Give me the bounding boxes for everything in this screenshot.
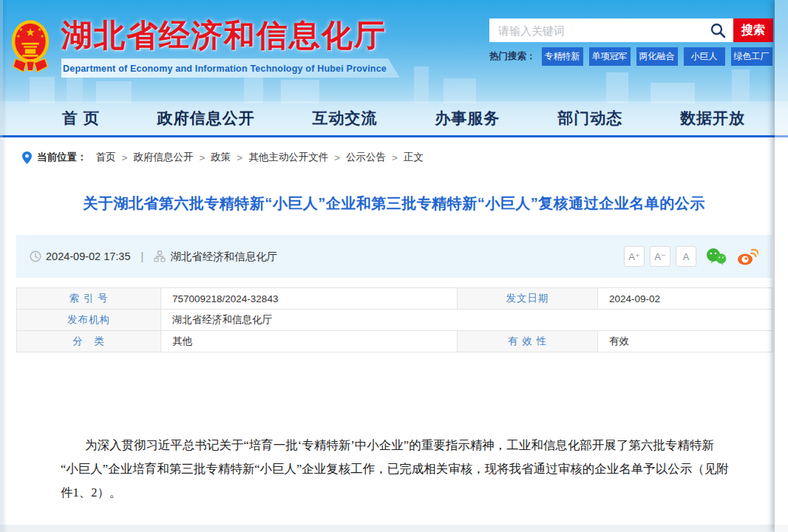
meta-label-issuing-agency: 发布机构: [17, 310, 161, 331]
weibo-share-icon[interactable]: [736, 247, 758, 266]
breadcrumb-prefix: 当前位置：: [37, 151, 87, 164]
source-sitemap-icon: [154, 250, 166, 262]
info-separator: |: [141, 250, 144, 262]
page-left-edge: [0, 0, 3, 532]
font-size-increase-button[interactable]: A⁺: [624, 246, 645, 267]
page: ★ ★ ★ ★ ★ 湖北省经济和信息化厅 Department: [0, 0, 788, 532]
site-subtitle: Department of Economy and Information Te…: [63, 64, 387, 74]
meta-label-category: 分 类: [17, 331, 161, 352]
search-button[interactable]: 搜索: [733, 18, 773, 42]
meta-value-issuing-agency: 湖北省经济和信息化厅: [161, 310, 772, 331]
meta-value-issue-date: 2024-09-02: [598, 288, 772, 310]
publish-time: 2024-09-02 17:35: [46, 250, 131, 262]
search-icon[interactable]: [710, 22, 726, 38]
hot-search-tag[interactable]: 两化融合: [636, 47, 678, 66]
breadcrumb-separator: >: [334, 152, 340, 163]
article-title: 关于湖北省第六批专精特新“小巨人”企业和第三批专精特新“小巨人”复核通过企业名单…: [0, 194, 788, 214]
article-body: 为深入贯彻习近平总书记关于“培育一批‘专精特新’中小企业”的重要指示精神，工业和…: [61, 386, 729, 532]
breadcrumb-separator: >: [392, 152, 398, 163]
breadcrumb-separator: >: [237, 152, 242, 163]
nav-item-government-info[interactable]: 政府信息公开: [157, 108, 255, 129]
article-source: 湖北省经济和信息化厅: [170, 250, 277, 264]
hot-search-tag[interactable]: 单项冠军: [589, 47, 631, 66]
scrollbar-gutter[interactable]: [775, 0, 788, 532]
table-row: 索 引 号 757009218/2024-32843 发文日期 2024-09-…: [17, 288, 772, 310]
svg-text:★: ★: [40, 33, 44, 38]
breadcrumb: 当前位置： 首页 > 政府信息公开 > 政策 > 其他主动公开文件 > 公示公告…: [0, 137, 788, 174]
wechat-share-icon[interactable]: [705, 247, 727, 266]
svg-text:★: ★: [16, 33, 21, 38]
meta-value-category: 其他: [161, 331, 458, 352]
search-box: [489, 18, 733, 42]
footer-strip: [0, 525, 788, 532]
hot-search-tag[interactable]: 小巨人: [684, 47, 725, 66]
nav-item-services[interactable]: 办事服务: [435, 108, 500, 129]
nav-item-department-news[interactable]: 部门动态: [557, 108, 622, 129]
font-size-reset-button[interactable]: A: [676, 246, 696, 267]
nav-item-home[interactable]: 首 页: [62, 108, 100, 129]
meta-value-validity: 有效: [598, 331, 772, 352]
breadcrumb-separator: >: [199, 152, 205, 163]
clock-icon: [30, 250, 41, 262]
font-size-decrease-button[interactable]: A⁻: [650, 246, 670, 267]
breadcrumb-link-announcements[interactable]: 公示公告: [346, 151, 386, 164]
table-row: 分 类 其他 有 效 性 有效: [17, 331, 772, 352]
site-brand: ★ ★ ★ ★ ★ 湖北省经济和信息化厅 Department: [10, 18, 400, 78]
breadcrumb-separator: >: [122, 152, 128, 163]
national-emblem-logo: ★ ★ ★ ★ ★: [10, 18, 50, 78]
site-subtitle-ribbon: Department of Economy and Information Te…: [61, 58, 400, 78]
hot-search-tag[interactable]: 专精特新: [542, 47, 583, 66]
article-info-bar: 2024-09-02 17:35 | 湖北省经济和信息化厅 A⁺ A⁻ A: [16, 235, 772, 278]
nav-item-interaction[interactable]: 互动交流: [313, 108, 378, 129]
location-pin-icon: [22, 151, 32, 164]
svg-text:★: ★: [19, 27, 24, 32]
svg-text:★: ★: [38, 27, 42, 32]
hot-search-row: 热门搜索： 专精特新 单项冠军 两化融合 小巨人 绿色工厂: [489, 47, 773, 66]
search-area: 搜索 热门搜索： 专精特新 单项冠军 两化融合 小巨人 绿色工厂: [489, 18, 773, 78]
meta-value-index-number: 757009218/2024-32843: [161, 288, 458, 310]
meta-label-issue-date: 发文日期: [458, 288, 598, 310]
hot-search-tag[interactable]: 绿色工厂: [731, 47, 772, 66]
meta-label-index-number: 索 引 号: [17, 288, 161, 310]
document-meta-table: 索 引 号 757009218/2024-32843 发文日期 2024-09-…: [16, 287, 772, 352]
nav-item-open-data[interactable]: 数据开放: [680, 108, 745, 129]
meta-label-validity: 有 效 性: [458, 331, 598, 352]
nav-underline: [0, 135, 788, 137]
table-row: 发布机构 湖北省经济和信息化厅: [17, 310, 772, 331]
breadcrumb-link-current-article[interactable]: 正文: [404, 151, 424, 164]
breadcrumb-link-home[interactable]: 首页: [96, 151, 116, 164]
search-input[interactable]: [489, 18, 733, 42]
breadcrumb-link-government-info[interactable]: 政府信息公开: [133, 151, 193, 164]
site-header: ★ ★ ★ ★ ★ 湖北省经济和信息化厅 Department: [0, 0, 788, 137]
breadcrumb-link-policy[interactable]: 政策: [211, 151, 231, 164]
main-navigation: 首 页 政府信息公开 互动交流 办事服务 部门动态 数据开放: [0, 101, 788, 135]
svg-text:★: ★: [25, 26, 35, 38]
breadcrumb-link-other-documents[interactable]: 其他主动公开文件: [248, 151, 328, 164]
hot-search-label: 热门搜索：: [489, 50, 536, 63]
site-title: 湖北省经济和信息化厅: [61, 18, 400, 52]
article-paragraph: 为深入贯彻习近平总书记关于“培育一批‘专精特新’中小企业”的重要指示精神，工业和…: [61, 434, 729, 505]
